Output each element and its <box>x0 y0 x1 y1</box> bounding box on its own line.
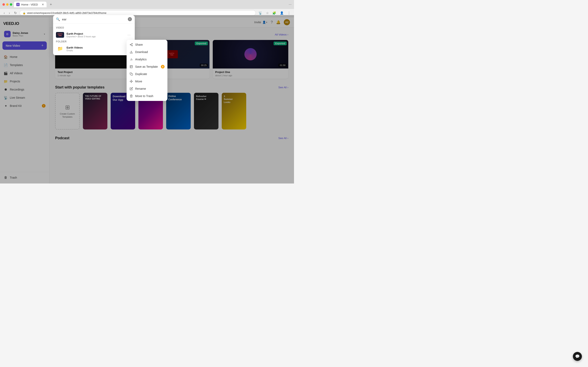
menu-item-move-to-trash[interactable]: Move to Trash <box>127 92 167 100</box>
browser-toolbar-icons: 📡 ☆ 🧩 👤 ⋮ <box>258 11 292 16</box>
browser-chrome: V Home - VEED ✕ + ⋯ ‹ › ↻ 🔒 veed.io/work… <box>0 0 294 17</box>
menu-item-rename[interactable]: Rename <box>127 85 167 92</box>
search-video-label: Video <box>53 25 135 30</box>
menu-item-label: Analytics <box>135 58 147 61</box>
rename-icon <box>130 87 133 91</box>
search-input[interactable] <box>62 17 126 21</box>
result-subtitle: Exported • about 3 hours ago <box>67 35 124 38</box>
search-folder-label: Folder <box>53 39 135 44</box>
svg-line-4 <box>131 44 132 44</box>
close-window-button[interactable] <box>2 3 5 6</box>
menu-item-label: Move <box>135 80 142 83</box>
traffic-lights <box>2 3 12 6</box>
menu-item-move[interactable]: Move <box>127 78 167 85</box>
menu-item-label: Share <box>135 43 143 46</box>
tab-favicon: V <box>16 3 20 6</box>
profile-icon[interactable]: 👤 <box>279 11 285 16</box>
duplicate-icon <box>130 72 133 76</box>
tab-close-button[interactable]: ✕ <box>42 3 44 6</box>
download-icon <box>130 50 133 54</box>
extension-icon[interactable]: 🧩 <box>271 11 277 16</box>
analytics-icon <box>130 58 133 61</box>
tab-title: Home - VEED <box>21 3 38 6</box>
result-subtitle: Empty <box>67 49 124 52</box>
menu-item-share[interactable]: Share <box>127 41 167 48</box>
address-bar[interactable]: 🔒 veed.io/workspaces/22ce6d2f-38c5-4df1-… <box>20 10 256 16</box>
menu-item-duplicate[interactable]: Duplicate <box>127 70 167 78</box>
search-result-earth-project[interactable]: EARTHTIME Earth Project Exported • about… <box>53 30 135 39</box>
new-tab-button[interactable]: + <box>48 2 54 7</box>
cast-icon[interactable]: 📡 <box>258 11 263 16</box>
lock-icon: 🔒 <box>23 12 26 15</box>
menu-item-label: Save as Template <box>135 65 158 68</box>
result-menu-button[interactable]: ⋯ <box>126 33 132 37</box>
browser-tab[interactable]: V Home - VEED ✕ <box>14 2 47 7</box>
result-info: Earth Project Exported • about 3 hours a… <box>67 32 124 38</box>
refresh-button[interactable]: ↻ <box>13 11 18 15</box>
address-text: veed.io/workspaces/22ce6d2f-38c5-4df1-a8… <box>27 11 107 15</box>
search-result-earth-videos[interactable]: 📁 Earth Videos Empty ⋯ <box>53 44 135 53</box>
more-icon[interactable]: ⋮ <box>286 11 292 16</box>
search-clear-button[interactable]: × <box>128 17 132 21</box>
search-results: Video EARTHTIME Earth Project Exported •… <box>53 24 135 55</box>
search-input-row: 🔍 × <box>53 15 135 24</box>
move-icon <box>130 80 133 83</box>
move-to-trash-icon <box>130 94 133 98</box>
result-title: Earth Videos <box>67 46 124 49</box>
svg-point-1 <box>130 44 131 45</box>
svg-line-3 <box>131 45 132 45</box>
result-thumbnail: EARTHTIME <box>56 32 64 38</box>
context-menu: Share Download Analytics Save as Templat… <box>127 40 167 101</box>
menu-item-analytics[interactable]: Analytics <box>127 56 167 63</box>
bookmark-icon[interactable]: ☆ <box>265 11 270 16</box>
maximize-window-button[interactable] <box>10 3 12 6</box>
save-template-icon <box>130 65 133 68</box>
menu-item-download[interactable]: Download <box>127 48 167 56</box>
svg-rect-9 <box>130 66 132 68</box>
menu-item-label: Move to Trash <box>135 94 153 98</box>
search-box: 🔍 × Video EARTHTIME Earth Project Export… <box>53 15 135 55</box>
search-icon: 🔍 <box>56 17 60 21</box>
menu-item-label: Download <box>135 50 148 54</box>
result-info: Earth Videos Empty <box>67 46 124 52</box>
menu-item-label: Duplicate <box>135 72 147 76</box>
forward-button[interactable]: › <box>8 11 11 15</box>
svg-point-2 <box>132 45 132 46</box>
menu-item-label: Rename <box>135 87 146 90</box>
svg-point-0 <box>132 43 132 44</box>
browser-expand: ⋯ <box>289 3 292 6</box>
minimize-window-button[interactable] <box>6 3 9 6</box>
menu-item-save-template[interactable]: Save as Template 9 <box>127 63 167 70</box>
browser-titlebar: V Home - VEED ✕ + ⋯ <box>0 0 294 9</box>
share-icon <box>130 43 133 47</box>
result-title: Earth Project <box>67 32 124 35</box>
save-template-badge: 9 <box>161 65 164 68</box>
back-button[interactable]: ‹ <box>2 11 6 15</box>
folder-icon: 📁 <box>56 46 64 52</box>
svg-rect-10 <box>131 74 133 75</box>
